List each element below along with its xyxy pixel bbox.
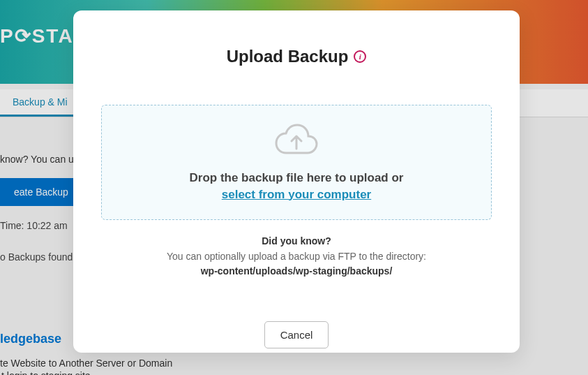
modal-title: Upload Backup bbox=[227, 47, 349, 66]
dropzone[interactable]: Drop the backup file here to upload or s… bbox=[101, 105, 492, 220]
hint-path: wp-content/uploads/wp-staging/backups/ bbox=[167, 264, 426, 279]
hint-body: You can optionally upload a backup via F… bbox=[167, 249, 426, 265]
select-from-computer-link[interactable]: select from your computer bbox=[222, 188, 371, 201]
drop-text: Drop the backup file here to upload or s… bbox=[190, 170, 404, 203]
cancel-button[interactable]: Cancel bbox=[264, 321, 329, 348]
hint-title: Did you know? bbox=[167, 234, 426, 249]
cloud-upload-icon bbox=[274, 122, 319, 157]
drop-instruction: Drop the backup file here to upload or bbox=[190, 171, 404, 184]
info-icon[interactable]: i bbox=[354, 50, 366, 63]
upload-backup-modal: Upload Backup i Drop the backup file her… bbox=[73, 10, 520, 353]
modal-title-row: Upload Backup i bbox=[227, 47, 367, 66]
ftp-hint: Did you know? You can optionally upload … bbox=[167, 234, 426, 279]
